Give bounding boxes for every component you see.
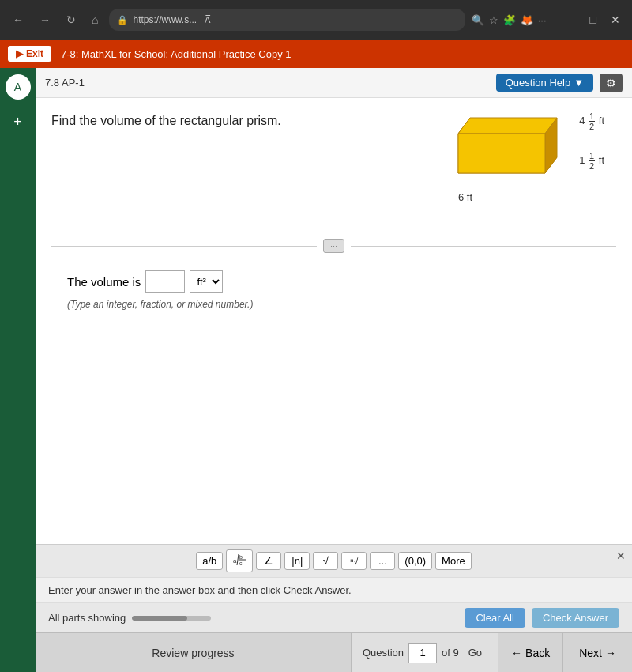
answer-instructions: Enter your answer in the answer box and … [36, 577, 632, 602]
svg-text:a: a [233, 557, 237, 564]
sidebar-icon-plus[interactable]: + [6, 109, 31, 134]
more-label: More [442, 555, 465, 567]
question-label: Question [363, 647, 404, 659]
exit-label: Exit [26, 48, 43, 59]
sidebar-icon-a[interactable]: A [6, 74, 31, 100]
parts-row: All parts showing Clear All Check Answer [36, 602, 632, 632]
fraction-tool-button[interactable]: a/b [196, 552, 223, 570]
settings-button[interactable]: ⚙ [600, 74, 623, 92]
url-text: https://www.s... [133, 14, 197, 25]
sqrt-tool-button[interactable]: √ [313, 552, 338, 570]
review-progress-button[interactable]: Review progress [36, 633, 352, 672]
question-help-button[interactable]: Question Help ▼ [496, 74, 593, 92]
more-tools-button[interactable]: More [435, 552, 472, 570]
nav-back-button[interactable]: ← [8, 10, 28, 29]
svg-marker-2 [458, 118, 557, 134]
app-topbar: ▶ Exit 7-8: MathXL for School: Additiona… [0, 40, 632, 68]
browser-chrome: ← → ↻ ⌂ 🔒 https://www.s... A̅ 🔍 ☆ 🧩 🦊 ··… [0, 0, 632, 40]
bottom-nav: Review progress Question of 9 Go ← Back … [36, 632, 632, 672]
unit-dropdown[interactable]: ft³ ft² ft [190, 270, 223, 293]
exit-button[interactable]: ▶ Exit [8, 46, 51, 62]
close-button[interactable]: ✕ [607, 12, 624, 28]
question-help-label: Question Help [506, 77, 570, 89]
hint-text: (Type an integer, fraction, or mixed num… [67, 299, 600, 310]
dimension-top-label: 4 12 ft [579, 111, 604, 131]
parts-progress-fill [132, 616, 187, 621]
exit-arrow-icon: ▶ [16, 48, 23, 59]
profile-icon[interactable]: 🦊 [521, 14, 533, 26]
angle-tool-button[interactable]: ∠ [256, 552, 281, 570]
math-toolbar: a/b abc ∠ |n| √ ⁿ√ ... (0,0) More ✕ [36, 544, 632, 577]
dimension-right-label: 1 12 ft [579, 151, 604, 171]
question-content: Find the volume of the rectangular prism… [36, 98, 632, 544]
topbar-title: 7-8: MathXL for School: Additional Pract… [61, 48, 291, 60]
ellipsis-tool-button[interactable]: ... [370, 552, 395, 570]
address-bar: 🔒 https://www.s... A̅ [109, 9, 465, 31]
nth-root-tool-button[interactable]: ⁿ√ [341, 552, 367, 570]
parts-progress [132, 616, 211, 621]
browser-actions: 🔍 ☆ 🧩 🦊 ··· [472, 14, 547, 26]
question-id: 7.8 AP-1 [45, 77, 85, 89]
coordinate-tool-button[interactable]: (0,0) [398, 552, 432, 570]
parts-label: All parts showing [48, 612, 211, 624]
dimension-bottom-label: 6 ft [458, 191, 472, 203]
absolute-value-tool-button[interactable]: |n| [284, 552, 310, 570]
question-number-input[interactable] [408, 643, 437, 663]
divider-area: ··· [51, 239, 616, 253]
resize-handle[interactable]: ··· [323, 239, 344, 253]
search-icon[interactable]: 🔍 [472, 14, 484, 26]
more-icon[interactable]: ··· [538, 14, 547, 26]
answer-area: The volume is ft³ ft² ft (Type an intege… [51, 262, 616, 318]
svg-marker-4 [458, 134, 545, 173]
instructions-text: Enter your answer in the answer box and … [48, 584, 352, 596]
back-button[interactable]: ← Back [498, 633, 563, 672]
go-button[interactable]: Go [464, 644, 487, 662]
svg-text:b: b [239, 554, 243, 560]
check-answer-button[interactable]: Check Answer [532, 608, 619, 628]
extensions-icon[interactable]: 🧩 [503, 14, 516, 26]
nav-home-button[interactable]: ⌂ [87, 10, 103, 29]
content-area: 7.8 AP-1 Question Help ▼ ⚙ Find the volu… [36, 68, 632, 672]
parts-actions: Clear All Check Answer [465, 608, 619, 628]
all-parts-text: All parts showing [48, 612, 126, 624]
dropdown-arrow-icon: ▼ [574, 77, 584, 89]
volume-input[interactable] [145, 270, 185, 293]
star-icon[interactable]: ☆ [489, 14, 498, 26]
figure-area: 4 12 ft 1 12 ft 6 ft [434, 110, 608, 205]
nav-forward-button[interactable]: → [35, 10, 55, 29]
back-label: Back [525, 647, 550, 659]
next-button[interactable]: Next → [563, 633, 632, 672]
next-label: Next [579, 647, 602, 659]
main-layout: A + 7.8 AP-1 Question Help ▼ ⚙ Find the … [0, 68, 632, 672]
volume-line: The volume is ft³ ft² ft [67, 270, 600, 293]
window-controls: — □ ✕ [561, 12, 624, 28]
minimize-button[interactable]: — [561, 12, 580, 28]
clear-all-button[interactable]: Clear All [465, 608, 525, 628]
nav-refresh-button[interactable]: ↻ [62, 10, 81, 29]
question-header: 7.8 AP-1 Question Help ▼ ⚙ [36, 68, 632, 98]
volume-label: The volume is [67, 275, 141, 289]
left-sidebar: A + [0, 68, 36, 672]
maximize-button[interactable]: □ [586, 12, 600, 28]
svg-text:c: c [239, 561, 243, 566]
close-toolbar-button[interactable]: ✕ [616, 549, 626, 562]
mixed-number-tool-button[interactable]: abc [226, 549, 253, 572]
gear-icon: ⚙ [606, 77, 616, 89]
question-nav: Question of 9 Go [352, 633, 498, 672]
question-of-label: of 9 [442, 647, 459, 659]
svg-line-6 [237, 554, 239, 565]
next-arrow-icon: → [605, 647, 616, 659]
back-arrow-icon: ← [511, 647, 522, 659]
